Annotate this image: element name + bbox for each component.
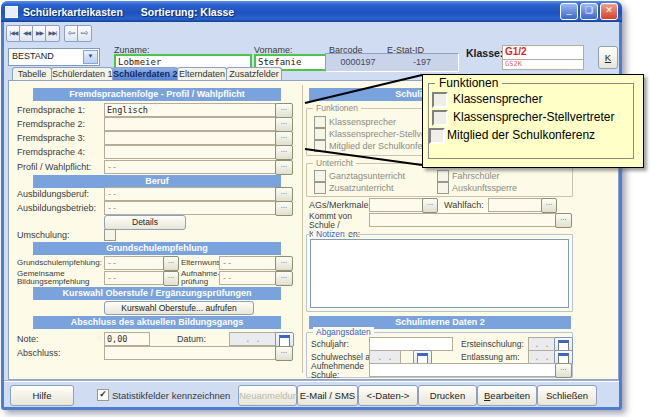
tooltip-mitglied-schulkonferenz-checkbox[interactable] xyxy=(429,128,445,144)
umschulung-checkbox[interactable] xyxy=(104,229,116,241)
datum-calendar-button[interactable] xyxy=(275,332,294,347)
note-input[interactable]: 0,00 xyxy=(104,332,150,346)
maximize-button[interactable]: ❏ xyxy=(580,3,598,20)
aufnahmepruefung-browse-button[interactable]: ... xyxy=(275,271,293,286)
fremdsprache-4-input[interactable] xyxy=(104,145,276,159)
email-sms-button[interactable]: E-Mail / SMS xyxy=(297,385,358,406)
ganztagsunterricht-label: Ganztagsunterricht xyxy=(329,171,405,181)
mitglied-schulkonferenz-checkbox[interactable] xyxy=(314,140,326,152)
tab-schuelerdaten-2[interactable]: Schülerdaten 2 xyxy=(112,67,178,81)
hilfe-button[interactable]: Hilfe xyxy=(10,385,74,406)
fremdsprache-1-input[interactable]: Englisch xyxy=(104,103,276,117)
last-record-icon: ▶▶| xyxy=(49,30,57,36)
zusatzunterricht-label: Zusatzunterricht xyxy=(329,183,394,193)
bearbeiten-button[interactable]: Bearbeiten xyxy=(477,385,537,406)
entlassung-input[interactable]: . . xyxy=(528,350,556,364)
klassensprecher-label: Klassensprecher xyxy=(329,117,396,127)
fremdsprache-1-label: Fremdsprache 1: xyxy=(17,105,85,115)
bestand-select[interactable]: BESTAND ▼ xyxy=(8,48,100,66)
klasse-sub-input[interactable]: GS2K xyxy=(502,59,584,70)
forward-arrow-icon: ⇨ xyxy=(81,28,89,38)
ausbildungsberuf-input[interactable]: -- xyxy=(104,187,276,201)
nav-last-button[interactable]: ▶▶| xyxy=(45,25,60,42)
ersteinschulung-input[interactable]: . . xyxy=(528,337,556,351)
minimize-button[interactable]: _ xyxy=(560,3,578,20)
tab-elterndaten[interactable]: Elterndaten xyxy=(177,67,227,81)
daten-button[interactable]: <-Daten-> xyxy=(358,385,418,406)
notizen-label: Notizen xyxy=(313,229,348,239)
ags-merkmale-browse-button[interactable]: ... xyxy=(422,198,438,213)
klassensprecher-stellvertreter-checkbox[interactable] xyxy=(314,128,326,140)
tooltip-klassensprecher-stellvertreter-checkbox[interactable] xyxy=(432,110,448,126)
minimize-icon: _ xyxy=(566,5,571,15)
elternwunsch-input[interactable]: -- xyxy=(219,256,277,270)
ausbildungsbetrieb-input[interactable]: -- xyxy=(104,201,276,215)
profil-wahlpflicht-input[interactable]: -- xyxy=(104,160,276,174)
schuljahr-input[interactable] xyxy=(369,337,453,351)
kommt-von-schule-browse-button[interactable]: ... xyxy=(555,213,572,228)
abschluss-label: Abschluss: xyxy=(17,348,61,358)
tooltip-klassensprecher-checkbox[interactable] xyxy=(432,92,448,108)
notizen-textarea[interactable] xyxy=(310,239,569,308)
ags-merkmale-input[interactable] xyxy=(369,198,425,212)
datum-input[interactable]: . . xyxy=(229,332,277,346)
auskunftssperre-label: Auskunftssperre xyxy=(452,183,517,193)
titlebar[interactable]: Schülerkarteikasten Sortierung: Klasse _… xyxy=(1,1,622,22)
fremdsprache-2-browse-button[interactable]: ... xyxy=(275,117,293,132)
tooltip-funktionen-title: Funktionen xyxy=(435,76,502,90)
close-button[interactable]: ✕ xyxy=(600,3,618,20)
fahrschueler-checkbox[interactable] xyxy=(437,170,449,182)
nav-forward-button[interactable]: ⇨ xyxy=(77,25,92,42)
auskunftssperre-checkbox[interactable] xyxy=(437,182,449,194)
ausbildungsberuf-browse-button[interactable]: ... xyxy=(275,187,293,202)
klassensprecher-checkbox[interactable] xyxy=(314,116,326,128)
neuanmeldung-button[interactable]: Neuanmeldung xyxy=(238,385,297,406)
fremdsprache-4-browse-button[interactable]: ... xyxy=(275,145,293,160)
aufnahmepruefung-input[interactable]: -- xyxy=(219,271,277,285)
tab-schuelerdaten-1[interactable]: Schülerdaten 1 xyxy=(51,67,113,81)
tab-zusatzfelder[interactable]: Zusatzfelder xyxy=(226,67,282,81)
grundschulempfehlung-browse-button[interactable]: ... xyxy=(163,256,179,271)
statistikfelder-label: Statistikfelder kennzeichnen xyxy=(112,390,230,401)
ausbildungsbetrieb-browse-button[interactable]: ... xyxy=(275,201,293,216)
schliessen-button[interactable]: Schließen xyxy=(537,385,597,406)
prev-record-icon: ◀◀ xyxy=(23,30,30,36)
window-sort-title: Sortierung: Klasse xyxy=(141,6,234,18)
grundschulempfehlung-input[interactable]: -- xyxy=(104,256,165,270)
elternwunsch-browse-button[interactable]: ... xyxy=(275,256,293,271)
zusatzunterricht-checkbox[interactable] xyxy=(314,182,326,194)
klasse-k-button[interactable]: K xyxy=(598,46,618,69)
fremdsprache-3-browse-button[interactable]: ... xyxy=(275,131,293,146)
schulwechsel-input[interactable]: . . xyxy=(369,350,401,364)
gemeinsame-bildungsempfehlung-input[interactable]: -- xyxy=(104,271,165,285)
kommt-von-schule-input[interactable] xyxy=(369,213,557,227)
fremdsprache-1-browse-button[interactable]: ... xyxy=(275,103,293,118)
unterricht-group-label: Unterricht xyxy=(313,158,356,168)
profil-wahlpflicht-browse-button[interactable]: ... xyxy=(275,160,293,175)
wahlfach-browse-button[interactable]: ... xyxy=(541,198,557,213)
tab-tabelle[interactable]: Tabelle xyxy=(12,67,52,81)
aufnehmende-schule-input[interactable] xyxy=(369,363,557,377)
fremdsprache-4-label: Fremdsprache 4: xyxy=(17,147,85,157)
fremdsprache-2-input[interactable] xyxy=(104,117,276,131)
aufnahmepruefung-label: Aufnahme- prüfung xyxy=(181,270,219,286)
gemeinsame-bildungsempfehlung-browse-button[interactable]: ... xyxy=(163,271,179,286)
aufnehmende-schule-browse-button[interactable]: ... xyxy=(555,363,572,378)
klasse-input[interactable]: G1/2 xyxy=(502,45,584,60)
fremdsprache-3-input[interactable] xyxy=(104,131,276,145)
kurswahl-oberstufe-button[interactable]: Kurswahl Oberstufe... aufrufen xyxy=(104,301,254,315)
details-button[interactable]: Details xyxy=(104,215,186,230)
ersteinschulung-label: Ersteinschulung: xyxy=(461,339,524,349)
abschluss-browse-button[interactable]: ... xyxy=(275,346,293,361)
estat-value: -197 xyxy=(392,56,452,69)
wahlfach-label: Wahlfach: xyxy=(444,200,484,210)
statistikfelder-checkbox[interactable]: ✓ xyxy=(97,389,109,401)
barcode-value: 0000197 xyxy=(326,56,390,69)
dropdown-icon[interactable]: ▼ xyxy=(83,50,98,64)
schuelerkarteikasten-window: Schülerkarteikasten Sortierung: Klasse _… xyxy=(1,1,622,410)
abschluss-input[interactable] xyxy=(104,346,276,360)
abgangsdaten-group-label: Abgangsdaten xyxy=(313,327,374,337)
drucken-button[interactable]: Drucken xyxy=(418,385,477,406)
wahlfach-input[interactable] xyxy=(488,198,544,212)
ganztagsunterricht-checkbox[interactable] xyxy=(314,170,326,182)
